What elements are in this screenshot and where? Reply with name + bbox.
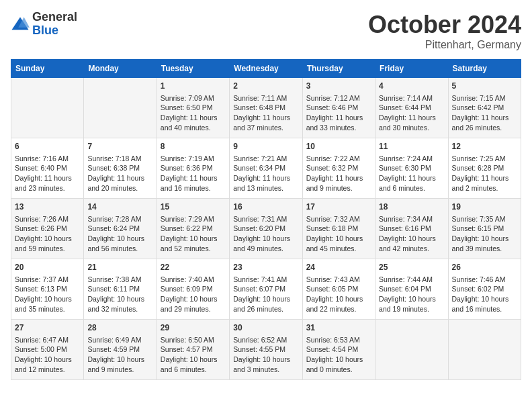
- day-number: 26: [452, 262, 517, 273]
- calendar-cell: 15Sunrise: 7:29 AM Sunset: 6:22 PM Dayli…: [157, 199, 229, 259]
- header-day-friday: Friday: [375, 60, 448, 78]
- day-number: 6: [15, 141, 80, 152]
- day-number: 21: [87, 262, 152, 273]
- header-day-wednesday: Wednesday: [230, 60, 302, 78]
- week-row-5: 27Sunrise: 6:47 AM Sunset: 5:00 PM Dayli…: [11, 320, 521, 380]
- calendar-cell: 30Sunrise: 6:52 AM Sunset: 4:55 PM Dayli…: [230, 320, 302, 380]
- calendar-cell: 19Sunrise: 7:35 AM Sunset: 6:15 PM Dayli…: [448, 199, 521, 259]
- day-number: 18: [379, 201, 444, 213]
- calendar-cell: 3Sunrise: 7:12 AM Sunset: 6:46 PM Daylig…: [302, 78, 375, 138]
- cell-info: Sunrise: 7:31 AM Sunset: 6:20 PM Dayligh…: [233, 214, 298, 254]
- week-row-3: 13Sunrise: 7:26 AM Sunset: 6:26 PM Dayli…: [11, 199, 521, 259]
- calendar-cell: 29Sunrise: 6:50 AM Sunset: 4:57 PM Dayli…: [157, 320, 229, 380]
- day-number: 19: [452, 201, 517, 213]
- day-number: 25: [379, 262, 444, 273]
- calendar-cell: 27Sunrise: 6:47 AM Sunset: 5:00 PM Dayli…: [11, 320, 84, 380]
- header-day-monday: Monday: [84, 60, 157, 78]
- day-number: 15: [161, 201, 226, 213]
- day-number: 1: [161, 81, 226, 92]
- calendar-cell: 20Sunrise: 7:37 AM Sunset: 6:13 PM Dayli…: [11, 259, 84, 320]
- cell-info: Sunrise: 6:53 AM Sunset: 4:54 PM Dayligh…: [306, 335, 371, 375]
- cell-info: Sunrise: 7:19 AM Sunset: 6:36 PM Dayligh…: [161, 154, 226, 193]
- cell-info: Sunrise: 7:26 AM Sunset: 6:26 PM Dayligh…: [15, 214, 80, 254]
- cell-info: Sunrise: 7:46 AM Sunset: 6:02 PM Dayligh…: [452, 275, 517, 314]
- header-day-thursday: Thursday: [302, 60, 375, 78]
- calendar-cell: 12Sunrise: 7:25 AM Sunset: 6:28 PM Dayli…: [448, 138, 521, 199]
- calendar-cell: 28Sunrise: 6:49 AM Sunset: 4:59 PM Dayli…: [84, 320, 157, 380]
- day-number: 20: [15, 262, 80, 273]
- cell-info: Sunrise: 7:32 AM Sunset: 6:18 PM Dayligh…: [306, 214, 371, 254]
- cell-info: Sunrise: 7:09 AM Sunset: 6:50 PM Dayligh…: [161, 93, 226, 133]
- calendar-cell: 6Sunrise: 7:16 AM Sunset: 6:40 PM Daylig…: [11, 138, 84, 199]
- calendar-cell: 22Sunrise: 7:40 AM Sunset: 6:09 PM Dayli…: [157, 259, 229, 320]
- calendar-cell: 10Sunrise: 7:22 AM Sunset: 6:32 PM Dayli…: [302, 138, 375, 199]
- calendar-cell: 23Sunrise: 7:41 AM Sunset: 6:07 PM Dayli…: [230, 259, 302, 320]
- calendar-cell: 18Sunrise: 7:34 AM Sunset: 6:16 PM Dayli…: [375, 199, 448, 259]
- calendar-cell: 21Sunrise: 7:38 AM Sunset: 6:11 PM Dayli…: [84, 259, 157, 320]
- week-row-4: 20Sunrise: 7:37 AM Sunset: 6:13 PM Dayli…: [11, 259, 521, 320]
- day-number: 3: [306, 81, 371, 92]
- header-day-tuesday: Tuesday: [157, 60, 229, 78]
- logo-icon: [11, 15, 30, 34]
- calendar-cell: 7Sunrise: 7:18 AM Sunset: 6:38 PM Daylig…: [84, 138, 157, 199]
- calendar-cell: 25Sunrise: 7:44 AM Sunset: 6:04 PM Dayli…: [375, 259, 448, 320]
- calendar-cell: 24Sunrise: 7:43 AM Sunset: 6:05 PM Dayli…: [302, 259, 375, 320]
- logo-general-text: General: [32, 11, 77, 24]
- cell-info: Sunrise: 7:38 AM Sunset: 6:11 PM Dayligh…: [87, 275, 152, 314]
- cell-info: Sunrise: 7:37 AM Sunset: 6:13 PM Dayligh…: [15, 275, 80, 314]
- day-number: 24: [306, 262, 371, 273]
- cell-info: Sunrise: 7:34 AM Sunset: 6:16 PM Dayligh…: [379, 214, 444, 254]
- day-number: 7: [87, 141, 152, 152]
- day-number: 4: [379, 81, 444, 92]
- day-number: 8: [161, 141, 226, 152]
- logo-blue-text: Blue: [32, 24, 77, 38]
- day-number: 13: [15, 201, 80, 213]
- calendar-cell: [11, 78, 84, 138]
- cell-info: Sunrise: 7:25 AM Sunset: 6:28 PM Dayligh…: [452, 154, 517, 193]
- day-number: 28: [87, 322, 152, 334]
- day-number: 17: [306, 201, 371, 213]
- page-header: General Blue October 2024 Pittenhart, Ge…: [11, 11, 521, 51]
- calendar-cell: 2Sunrise: 7:11 AM Sunset: 6:48 PM Daylig…: [230, 78, 302, 138]
- cell-info: Sunrise: 7:43 AM Sunset: 6:05 PM Dayligh…: [306, 275, 371, 314]
- cell-info: Sunrise: 6:49 AM Sunset: 4:59 PM Dayligh…: [87, 335, 152, 375]
- cell-info: Sunrise: 6:47 AM Sunset: 5:00 PM Dayligh…: [15, 335, 80, 375]
- month-title: October 2024: [368, 11, 521, 39]
- cell-info: Sunrise: 7:12 AM Sunset: 6:46 PM Dayligh…: [306, 93, 371, 133]
- cell-info: Sunrise: 7:29 AM Sunset: 6:22 PM Dayligh…: [161, 214, 226, 254]
- logo: General Blue: [11, 11, 77, 38]
- calendar-cell: [448, 320, 521, 380]
- cell-info: Sunrise: 7:41 AM Sunset: 6:07 PM Dayligh…: [233, 275, 298, 314]
- day-number: 10: [306, 141, 371, 152]
- day-number: 9: [233, 141, 298, 152]
- day-number: 27: [15, 322, 80, 334]
- day-number: 5: [452, 81, 517, 92]
- cell-info: Sunrise: 7:15 AM Sunset: 6:42 PM Dayligh…: [452, 93, 517, 133]
- calendar-cell: 16Sunrise: 7:31 AM Sunset: 6:20 PM Dayli…: [230, 199, 302, 259]
- calendar-cell: 1Sunrise: 7:09 AM Sunset: 6:50 PM Daylig…: [157, 78, 229, 138]
- calendar-cell: 17Sunrise: 7:32 AM Sunset: 6:18 PM Dayli…: [302, 199, 375, 259]
- cell-info: Sunrise: 7:18 AM Sunset: 6:38 PM Dayligh…: [87, 154, 152, 193]
- cell-info: Sunrise: 6:52 AM Sunset: 4:55 PM Dayligh…: [233, 335, 298, 375]
- calendar-cell: 14Sunrise: 7:28 AM Sunset: 6:24 PM Dayli…: [84, 199, 157, 259]
- calendar-cell: 5Sunrise: 7:15 AM Sunset: 6:42 PM Daylig…: [448, 78, 521, 138]
- cell-info: Sunrise: 6:50 AM Sunset: 4:57 PM Dayligh…: [161, 335, 226, 375]
- calendar-cell: 13Sunrise: 7:26 AM Sunset: 6:26 PM Dayli…: [11, 199, 84, 259]
- day-number: 22: [161, 262, 226, 273]
- day-number: 30: [233, 322, 298, 334]
- cell-info: Sunrise: 7:14 AM Sunset: 6:44 PM Dayligh…: [379, 93, 444, 133]
- calendar-cell: 4Sunrise: 7:14 AM Sunset: 6:44 PM Daylig…: [375, 78, 448, 138]
- calendar-cell: 11Sunrise: 7:24 AM Sunset: 6:30 PM Dayli…: [375, 138, 448, 199]
- location: Pittenhart, Germany: [368, 39, 521, 51]
- cell-info: Sunrise: 7:40 AM Sunset: 6:09 PM Dayligh…: [161, 275, 226, 314]
- day-number: 31: [306, 322, 371, 334]
- calendar-cell: [84, 78, 157, 138]
- day-number: 2: [233, 81, 298, 92]
- day-number: 16: [233, 201, 298, 213]
- cell-info: Sunrise: 7:24 AM Sunset: 6:30 PM Dayligh…: [379, 154, 444, 193]
- calendar-table: SundayMondayTuesdayWednesdayThursdayFrid…: [11, 59, 521, 380]
- calendar-cell: 9Sunrise: 7:21 AM Sunset: 6:34 PM Daylig…: [230, 138, 302, 199]
- day-number: 14: [87, 201, 152, 213]
- cell-info: Sunrise: 7:44 AM Sunset: 6:04 PM Dayligh…: [379, 275, 444, 314]
- cell-info: Sunrise: 7:11 AM Sunset: 6:48 PM Dayligh…: [233, 93, 298, 133]
